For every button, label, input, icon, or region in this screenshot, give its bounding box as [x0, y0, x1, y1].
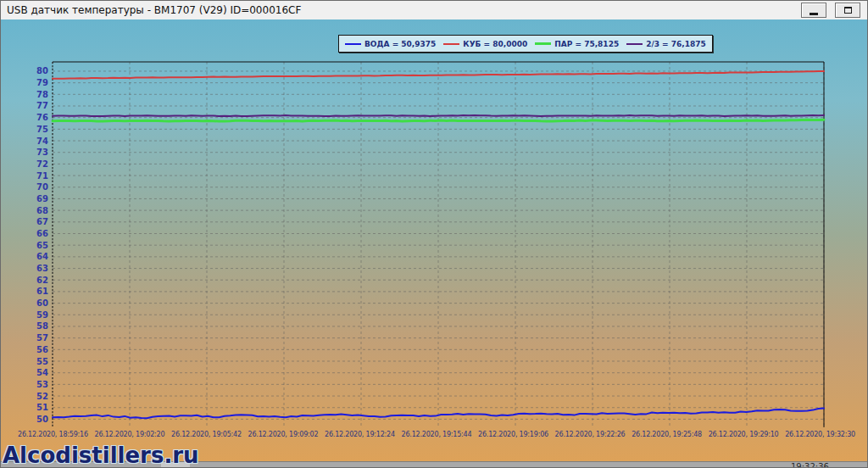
svg-text:58: 58	[36, 321, 48, 331]
svg-text:68: 68	[36, 206, 48, 215]
svg-text:77: 77	[36, 101, 48, 110]
svg-text:70: 70	[36, 182, 48, 192]
x-tick-label: 26.12.2020, 19:25:48	[632, 431, 702, 441]
legend-line-swatch	[443, 43, 459, 45]
chart-legend: ВОДА = 50,9375 КУБ = 80,0000 ПАР = 75,81…	[338, 35, 713, 53]
svg-text:72: 72	[36, 159, 48, 169]
svg-text:50: 50	[36, 415, 48, 424]
x-tick-label: 26.12.2020, 19:22:26	[555, 431, 626, 441]
svg-text:59: 59	[36, 310, 48, 320]
legend-label: ПАР = 75,8125	[554, 40, 619, 48]
x-tick-label: 26.12.2020, 19:09:02	[248, 431, 319, 441]
svg-text:75: 75	[36, 125, 48, 134]
x-tick-label: 26.12.2020, 19:29:10	[709, 431, 779, 441]
x-tick-label: 26.12.2020, 19:05:42	[171, 431, 242, 441]
legend-line-swatch	[535, 42, 551, 45]
minimize-icon	[810, 13, 818, 15]
svg-text:53: 53	[36, 380, 48, 389]
x-tick-label: 26.12.2020, 19:15:44	[402, 431, 472, 441]
legend-item-voda: ВОДА = 50,9375	[345, 40, 436, 48]
legend-item-par: ПАР = 75,8125	[535, 40, 619, 48]
x-tick-label: 26.12.2020, 18:59:16	[18, 431, 88, 441]
legend-label: ВОДА = 50,9375	[364, 40, 436, 48]
titlebar[interactable]: USB датчик температуры - BM1707 (V29) ID…	[1, 1, 867, 20]
svg-text:73: 73	[36, 148, 48, 157]
x-tick-label: 26.12.2020, 19:12:24	[325, 431, 395, 441]
chart-client-area: 5051525354555657585960616263646566676869…	[1, 20, 867, 467]
status-time: 19:32:36	[791, 462, 829, 467]
svg-text:64: 64	[36, 252, 48, 261]
svg-text:57: 57	[36, 333, 48, 343]
x-axis-labels: 26.12.2020, 18:59:1626.12.2020, 19:02:20…	[18, 431, 855, 441]
legend-line-swatch	[626, 43, 643, 45]
svg-text:74: 74	[36, 136, 48, 146]
legend-label: 2/3 = 76,1875	[646, 40, 706, 48]
window-title: USB датчик температуры - BM1707 (V29) ID…	[7, 4, 301, 16]
svg-text:79: 79	[36, 78, 48, 87]
legend-line-swatch	[345, 43, 361, 45]
svg-text:76: 76	[36, 113, 48, 122]
svg-text:51: 51	[36, 403, 48, 412]
x-tick-label: 26.12.2020, 19:19:06	[478, 431, 548, 441]
svg-text:62: 62	[36, 276, 48, 285]
minimize-button[interactable]	[801, 3, 826, 18]
temperature-chart: 5051525354555657585960616263646566676869…	[1, 20, 867, 467]
app-window: USB датчик температуры - BM1707 (V29) ID…	[0, 0, 868, 468]
svg-text:66: 66	[36, 229, 48, 238]
svg-text:63: 63	[36, 264, 48, 273]
maximize-button[interactable]	[835, 3, 860, 18]
svg-text:52: 52	[36, 392, 48, 401]
svg-text:54: 54	[36, 368, 48, 377]
svg-text:65: 65	[36, 241, 48, 250]
svg-text:78: 78	[36, 90, 48, 99]
svg-text:55: 55	[36, 357, 48, 366]
maximize-icon	[844, 7, 852, 14]
svg-text:60: 60	[36, 298, 48, 308]
svg-text:67: 67	[36, 217, 48, 226]
x-tick-label: 26.12.2020, 19:02:20	[95, 431, 165, 441]
svg-text:56: 56	[36, 345, 48, 354]
window-controls	[801, 3, 860, 18]
svg-text:61: 61	[36, 287, 48, 296]
svg-text:71: 71	[36, 171, 48, 181]
legend-item-kub: КУБ = 80,0000	[443, 40, 527, 48]
x-tick-label: 26.12.2020, 19:32:30	[785, 431, 855, 441]
svg-text:69: 69	[36, 194, 48, 203]
legend-item-2-3: 2/3 = 76,1875	[626, 40, 706, 48]
watermark: Alcodistillers.ru	[3, 444, 199, 466]
legend-label: КУБ = 80,0000	[463, 40, 527, 48]
svg-text:80: 80	[36, 66, 48, 75]
